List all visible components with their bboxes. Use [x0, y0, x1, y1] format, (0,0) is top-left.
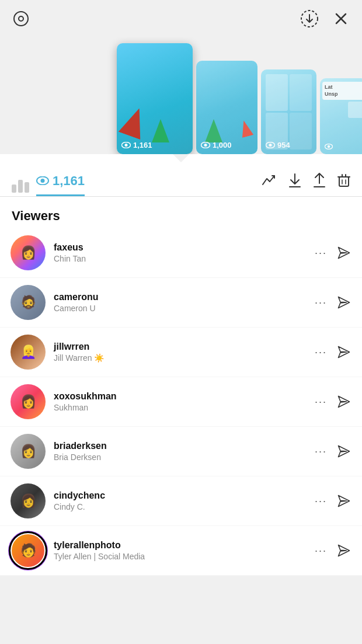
- more-menu-xoxo[interactable]: ···: [315, 396, 327, 408]
- svg-marker-23: [338, 247, 349, 258]
- avatar-xoxosukhman[interactable]: 👩: [11, 384, 46, 419]
- story-thumb-4[interactable]: LatUnsp: [320, 78, 362, 154]
- viewer-info-cameronu: cameronu Cameron U: [54, 292, 315, 313]
- viewer-row-jillwrren: 👱‍♀️ jillwrren Jill Warren ☀️ ···: [0, 328, 362, 377]
- svg-rect-17: [339, 177, 349, 186]
- more-menu-bria[interactable]: ···: [315, 445, 327, 458]
- username-bria: briaderksen: [54, 441, 315, 451]
- actions-jillwrren: ···: [315, 344, 351, 360]
- more-menu-cindy[interactable]: ···: [315, 495, 327, 507]
- viewer-row-cameronu: 🧔 cameronu Cameron U ···: [0, 278, 362, 328]
- story-thumb-3[interactable]: 954: [261, 69, 316, 154]
- view-count: 1,161: [36, 173, 85, 196]
- analytics-button[interactable]: [262, 174, 277, 187]
- send-button-faxeus[interactable]: [336, 245, 351, 260]
- svg-point-8: [204, 144, 207, 147]
- send-button-tyler[interactable]: [336, 543, 351, 558]
- send-button-bria[interactable]: [336, 444, 351, 459]
- svg-point-1: [19, 16, 23, 21]
- realname-cindy: Cindy C.: [54, 502, 315, 511]
- realname-tyler: Tyler Allen | Social Media: [54, 552, 315, 561]
- viewer-info-jillwrren: jillwrren Jill Warren ☀️: [54, 342, 315, 363]
- viewer-row-faxeus: 👩 faxeus Chin Tan ···: [0, 228, 362, 278]
- svg-marker-27: [338, 445, 349, 457]
- send-button-xoxo[interactable]: [336, 394, 351, 409]
- svg-point-0: [14, 12, 28, 26]
- more-menu-jillwrren[interactable]: ···: [315, 346, 327, 358]
- viewers-section: Viewers 👩 faxeus Chin Tan ··· 🧔 cameronu…: [0, 197, 362, 576]
- viewer-row-xoxo: 👩 xoxosukhman Sukhman ···: [0, 377, 362, 427]
- svg-marker-26: [338, 396, 349, 407]
- viewers-title: Viewers: [0, 197, 362, 228]
- svg-marker-25: [338, 346, 349, 357]
- avatar-jillwrren[interactable]: 👱‍♀️: [11, 335, 46, 370]
- actions-xoxo: ···: [315, 394, 351, 409]
- story-views-4: [325, 144, 333, 149]
- bar-chart-icon[interactable]: [12, 176, 29, 193]
- svg-marker-24: [338, 297, 349, 308]
- realname-bria: Bria Derksen: [54, 452, 315, 462]
- story-thumb-active[interactable]: 1,161: [117, 43, 193, 154]
- story-strip: 1,161 1,000: [0, 37, 362, 154]
- actions-bria: ···: [315, 444, 351, 459]
- username-cameronu: cameronu: [54, 292, 315, 302]
- eye-stats-icon: [36, 176, 49, 185]
- stats-bar-left: 1,161: [12, 173, 252, 196]
- send-button-jillwrren[interactable]: [336, 344, 351, 360]
- story-views-3: 954: [266, 141, 290, 149]
- more-menu-tyler[interactable]: ···: [315, 545, 327, 557]
- actions-cindy: ···: [315, 493, 351, 509]
- username-faxeus: faxeus: [54, 242, 315, 253]
- avatar-faxeus[interactable]: 👩: [11, 235, 46, 270]
- realname-cameronu: Cameron U: [54, 304, 315, 313]
- download-circle-button[interactable]: [299, 8, 320, 29]
- svg-point-12: [328, 145, 330, 148]
- username-jillwrren: jillwrren: [54, 342, 315, 352]
- close-button[interactable]: [330, 8, 351, 29]
- actions-faxeus: ···: [315, 245, 351, 260]
- eye-icon-4: [325, 144, 333, 149]
- svg-marker-29: [338, 545, 349, 556]
- viewer-info-tyler: tylerallenphoto Tyler Allen | Social Med…: [54, 540, 315, 561]
- send-button-cindy[interactable]: [336, 493, 351, 509]
- stats-bar-right: [262, 173, 350, 196]
- story-views-1: 1,161: [121, 141, 152, 149]
- realname-faxeus: Chin Tan: [54, 254, 315, 263]
- actions-cameronu: ···: [315, 295, 351, 310]
- avatar-cindychenc[interactable]: 👩: [11, 483, 46, 518]
- story-thumb-2[interactable]: 1,000: [196, 61, 257, 154]
- avatar-cameronu[interactable]: 🧔: [11, 285, 46, 320]
- avatar-briaderksen[interactable]: 👩: [11, 434, 46, 469]
- viewer-info-faxeus: faxeus Chin Tan: [54, 242, 315, 263]
- avatar-tylerallenphoto[interactable]: 🧑: [11, 533, 46, 568]
- actions-tyler: ···: [315, 543, 351, 558]
- stats-bar: 1,161: [0, 165, 362, 197]
- viewer-info-bria: briaderksen Bria Derksen: [54, 441, 315, 462]
- viewer-info-xoxo: xoxosukhman Sukhman: [54, 391, 315, 412]
- eye-icon-3: [266, 142, 275, 148]
- more-menu-cameronu[interactable]: ···: [315, 297, 327, 309]
- viewer-row-tyler: 🧑 tylerallenphoto Tyler Allen | Social M…: [0, 526, 362, 576]
- username-cindy: cindychenc: [54, 490, 315, 501]
- realname-jillwrren: Jill Warren ☀️: [54, 353, 315, 363]
- settings-button[interactable]: [11, 8, 32, 29]
- realname-xoxo: Sukhman: [54, 403, 315, 412]
- share-button[interactable]: [313, 173, 326, 188]
- download-button[interactable]: [288, 173, 301, 188]
- delete-button[interactable]: [337, 173, 350, 188]
- svg-point-6: [125, 144, 128, 147]
- top-bar: [0, 0, 362, 37]
- eye-icon: [121, 142, 131, 148]
- eye-icon-2: [201, 142, 210, 148]
- viewer-row-bria: 👩 briaderksen Bria Derksen ···: [0, 427, 362, 476]
- svg-marker-28: [338, 495, 349, 506]
- story-views-2: 1,000: [201, 141, 232, 149]
- viewer-info-cindy: cindychenc Cindy C.: [54, 490, 315, 511]
- username-tyler: tylerallenphoto: [54, 540, 315, 551]
- more-menu-faxeus[interactable]: ···: [315, 247, 327, 259]
- send-button-cameronu[interactable]: [336, 295, 351, 310]
- svg-point-10: [269, 144, 272, 147]
- username-xoxo: xoxosukhman: [54, 391, 315, 402]
- pointer-indicator: [0, 154, 362, 165]
- svg-point-14: [41, 179, 45, 183]
